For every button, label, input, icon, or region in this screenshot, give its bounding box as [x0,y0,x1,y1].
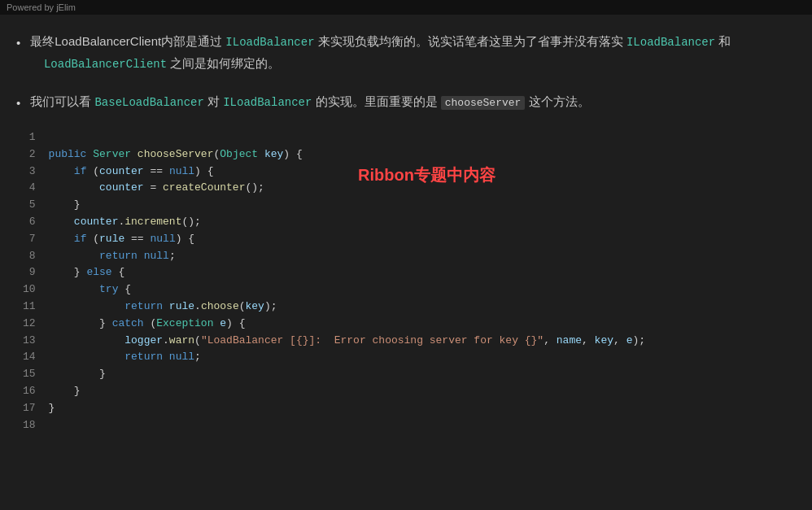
line-number: 18 [16,417,49,434]
bullet-section: • 最终LoadBalancerClient内部是通过 ILoadBalance… [16,31,788,113]
line-number: 13 [16,333,49,350]
bullet-item-1: • 最终LoadBalancerClient内部是通过 ILoadBalance… [16,31,788,75]
code-line-6: 6 counter.increment(); [16,214,788,231]
code-line-16: 16 } [16,383,788,400]
line-number: 1 [16,129,49,146]
line-number: 16 [16,383,49,400]
line-number: 5 [16,197,49,214]
line-number: 3 [16,163,49,181]
inline-code-4: BaseLoadBalancer [94,96,203,109]
choose-server-highlight: chooseServer [441,96,526,110]
content-area: • 最终LoadBalancerClient内部是通过 ILoadBalance… [0,15,812,450]
code-line-11: 11 return rule.choose(key); [16,299,788,316]
code-table: 1 2 public Server chooseServer(Object ke… [16,129,788,434]
line-number: 8 [16,248,49,265]
code-line-5: 5 } [16,197,788,214]
code-line-3: 3 if (counter == null) { [16,163,788,181]
inline-code-5: ILoadBalancer [223,96,312,109]
code-content: counter = createCounter(); [49,180,788,197]
code-line-10: 10 try { [16,281,788,299]
code-content: if (rule == null) { [49,231,788,248]
code-line-9: 9 } else { [16,264,788,281]
bullet-text-1: 最终LoadBalancerClient内部是通过 ILoadBalancer … [30,31,731,75]
line-number: 11 [16,299,49,316]
code-content [49,417,788,434]
code-line-2: 2 public Server chooseServer(Object key)… [16,146,788,163]
code-line-8: 8 return null; [16,248,788,265]
code-content: public Server chooseServer(Object key) { [49,146,788,163]
code-line-1: 1 [16,129,788,146]
code-content: } [49,197,788,214]
code-content: return null; [49,248,788,265]
top-bar-label: Powered by jElim [7,2,76,12]
line-number: 10 [16,281,49,299]
bullet-item-2: • 我们可以看 BaseLoadBalancer 对 ILoadBalancer… [16,91,788,114]
line-number: 6 [16,214,49,231]
inline-code-1: ILoadBalancer [225,36,314,49]
line-number: 9 [16,264,49,281]
code-line-18: 18 [16,417,788,434]
line-number: 4 [16,180,49,197]
line-number: 2 [16,146,49,163]
bullet-dot-2: • [16,93,20,114]
code-content: return null; [49,349,788,366]
code-content: try { [49,281,788,299]
line-number: 14 [16,349,49,366]
code-line-17: 17 } [16,400,788,417]
line-number: 15 [16,366,49,383]
inline-code-3: LoadBalancerClient [44,58,167,71]
code-block-wrapper: Ribbon专题中内容 1 2 public Server chooseServ… [16,129,788,434]
line-number: 12 [16,316,49,333]
top-bar: Powered by jElim [0,0,812,15]
code-content: } else { [49,264,788,281]
code-line-7: 7 if (rule == null) { [16,231,788,248]
code-content: } [49,383,788,400]
code-content: return rule.choose(key); [49,299,788,316]
bullet-dot-1: • [16,33,20,54]
code-content: } [49,366,788,383]
line-number: 17 [16,400,49,417]
code-content: if (counter == null) { [49,163,788,181]
code-line-4: 4 counter = createCounter(); [16,180,788,197]
code-content: } catch (Exception e) { [49,316,788,333]
code-line-14: 14 return null; [16,349,788,366]
code-content: } [49,400,788,417]
line-number: 7 [16,231,49,248]
code-line-13: 13 logger.warn("LoadBalancer [{}]: Error… [16,333,788,350]
code-line-12: 12 } catch (Exception e) { [16,316,788,333]
code-content: logger.warn("LoadBalancer [{}]: Error ch… [49,333,788,350]
bullet-text-2: 我们可以看 BaseLoadBalancer 对 ILoadBalancer 的… [30,91,589,113]
inline-code-2: ILoadBalancer [626,36,715,49]
code-content [49,129,788,146]
code-content: counter.increment(); [49,214,788,231]
code-line-15: 15 } [16,366,788,383]
